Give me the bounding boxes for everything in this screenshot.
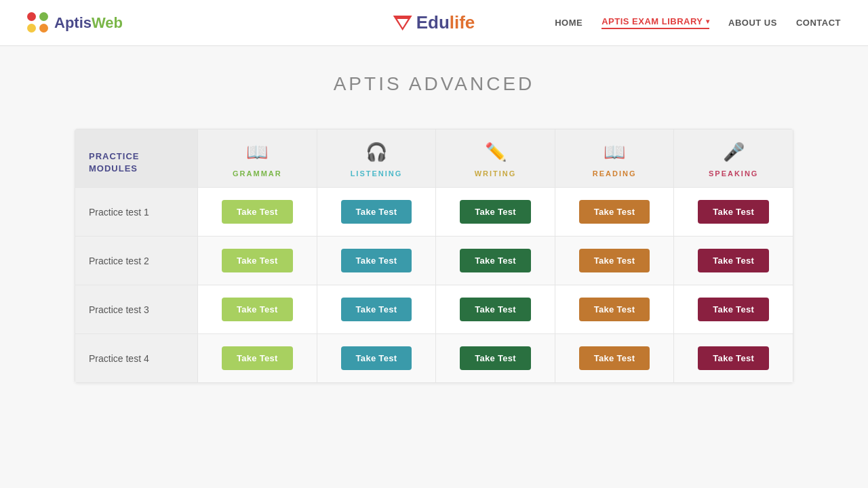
btn-take-test-grammar-row4[interactable]: Take Test <box>222 346 293 370</box>
td-grammar: Take Test <box>198 334 317 383</box>
nav-contact[interactable]: CONTACT <box>796 18 841 28</box>
grammar-icon: 📖 <box>205 142 310 163</box>
grammar-label: GRAMMAR <box>233 169 282 178</box>
btn-take-test-grammar-row3[interactable]: Take Test <box>222 298 293 321</box>
btn-take-test-listening-row1[interactable]: Take Test <box>341 200 412 224</box>
main-nav: HOME APTIS EXAM LIBRARY ▾ ABOUT US CONTA… <box>555 16 841 29</box>
main-content: APTIS ADVANCED PRACTICE MODULES 📖 GRAMMA… <box>61 46 807 424</box>
site-header: AptisWeb Edulife HOME APTIS EXAM LIBRARY… <box>0 0 868 46</box>
td-speaking: Take Test <box>674 334 793 383</box>
table-header-row: PRACTICE MODULES 📖 GRAMMAR 🎧 LISTENING ✏… <box>75 129 793 188</box>
table-row: Practice test 4Take TestTake TestTake Te… <box>75 334 793 383</box>
table-row: Practice test 1Take TestTake TestTake Te… <box>75 188 793 237</box>
btn-take-test-reading-row2[interactable]: Take Test <box>579 249 650 272</box>
td-writing: Take Test <box>436 285 555 334</box>
edulife-triangle-icon <box>393 16 412 30</box>
listening-icon: 🎧 <box>324 142 429 163</box>
th-reading: 📖 READING <box>555 129 674 188</box>
btn-take-test-writing-row1[interactable]: Take Test <box>460 200 531 224</box>
modules-label: PRACTICE MODULES <box>89 150 184 175</box>
practice-table: PRACTICE MODULES 📖 GRAMMAR 🎧 LISTENING ✏… <box>75 129 793 383</box>
dot-yellow <box>27 24 36 33</box>
btn-take-test-reading-row3[interactable]: Take Test <box>579 298 650 321</box>
btn-take-test-listening-row3[interactable]: Take Test <box>341 298 412 321</box>
dot-green <box>39 12 48 21</box>
aptisweb-text: AptisWeb <box>54 14 123 32</box>
btn-take-test-listening-row4[interactable]: Take Test <box>341 346 412 370</box>
reading-label: READING <box>593 169 637 178</box>
dot-orange <box>39 24 48 33</box>
th-modules: PRACTICE MODULES <box>75 129 198 188</box>
btn-take-test-writing-row4[interactable]: Take Test <box>460 346 531 370</box>
btn-take-test-writing-row2[interactable]: Take Test <box>460 249 531 272</box>
btn-take-test-speaking-row4[interactable]: Take Test <box>698 346 769 370</box>
logo-dots <box>27 12 49 34</box>
dot-red <box>27 12 36 21</box>
td-speaking: Take Test <box>674 285 793 334</box>
td-listening: Take Test <box>317 237 436 285</box>
td-speaking: Take Test <box>674 188 793 237</box>
table-row: Practice test 3Take TestTake TestTake Te… <box>75 285 793 334</box>
td-speaking: Take Test <box>674 237 793 285</box>
web-text: Web <box>92 14 123 31</box>
td-writing: Take Test <box>436 237 555 285</box>
row-name: Practice test 4 <box>75 334 198 383</box>
th-speaking: 🎤 SPEAKING <box>674 129 793 188</box>
row-name: Practice test 3 <box>75 285 198 334</box>
speaking-icon: 🎤 <box>681 142 786 163</box>
th-grammar: 📖 GRAMMAR <box>198 129 317 188</box>
btn-take-test-listening-row2[interactable]: Take Test <box>341 249 412 272</box>
nav-about-us[interactable]: ABOUT US <box>728 18 777 28</box>
td-listening: Take Test <box>317 334 436 383</box>
edulife-text: Edulife <box>416 12 475 33</box>
btn-take-test-speaking-row3[interactable]: Take Test <box>698 298 769 321</box>
btn-take-test-reading-row4[interactable]: Take Test <box>579 346 650 370</box>
table-row: Practice test 2Take TestTake TestTake Te… <box>75 237 793 285</box>
dropdown-arrow-icon: ▾ <box>706 18 710 25</box>
btn-take-test-grammar-row2[interactable]: Take Test <box>222 249 293 272</box>
listening-label: LISTENING <box>351 169 403 178</box>
th-writing: ✏️ WRITING <box>436 129 555 188</box>
td-reading: Take Test <box>555 334 674 383</box>
reading-icon: 📖 <box>562 142 667 163</box>
td-grammar: Take Test <box>198 188 317 237</box>
edu-text: Edu <box>416 12 450 33</box>
td-grammar: Take Test <box>198 285 317 334</box>
page-title: APTIS ADVANCED <box>75 73 793 95</box>
speaking-label: SPEAKING <box>709 169 758 178</box>
td-grammar: Take Test <box>198 237 317 285</box>
row-name: Practice test 2 <box>75 237 198 285</box>
aptis-text: Aptis <box>54 14 92 31</box>
td-reading: Take Test <box>555 285 674 334</box>
btn-take-test-grammar-row1[interactable]: Take Test <box>222 200 293 224</box>
td-listening: Take Test <box>317 285 436 334</box>
btn-take-test-writing-row3[interactable]: Take Test <box>460 298 531 321</box>
writing-label: WRITING <box>475 169 517 178</box>
nav-aptis-exam-library[interactable]: APTIS EXAM LIBRARY ▾ <box>601 16 709 29</box>
td-reading: Take Test <box>555 188 674 237</box>
aptisweb-logo[interactable]: AptisWeb <box>27 12 123 34</box>
edulife-logo[interactable]: Edulife <box>393 12 475 33</box>
td-listening: Take Test <box>317 188 436 237</box>
row-name: Practice test 1 <box>75 188 198 237</box>
btn-take-test-reading-row1[interactable]: Take Test <box>579 200 650 224</box>
btn-take-test-speaking-row1[interactable]: Take Test <box>698 200 769 224</box>
writing-icon: ✏️ <box>443 142 548 163</box>
td-writing: Take Test <box>436 334 555 383</box>
th-listening: 🎧 LISTENING <box>317 129 436 188</box>
nav-home[interactable]: HOME <box>555 18 583 28</box>
btn-take-test-speaking-row2[interactable]: Take Test <box>698 249 769 272</box>
td-reading: Take Test <box>555 237 674 285</box>
life-text: life <box>450 12 475 33</box>
td-writing: Take Test <box>436 188 555 237</box>
